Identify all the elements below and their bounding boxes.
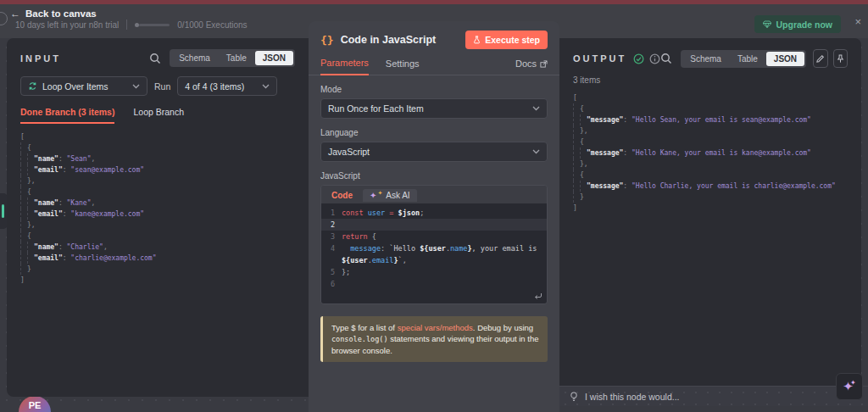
- tab-json[interactable]: JSON: [766, 52, 804, 66]
- language-value: JavaScript: [328, 147, 370, 157]
- node-title: Code in JavaScript: [341, 34, 437, 46]
- code-editor: Code ✦✦ Ask AI 1const user = $json;23ret…: [320, 185, 548, 304]
- code-line: 1const user = $json;: [321, 207, 547, 219]
- flask-icon: [473, 36, 481, 44]
- special-vars-link[interactable]: special vars/methods: [398, 323, 473, 332]
- chevron-down-icon: [262, 84, 270, 89]
- close-banner-icon[interactable]: ×: [854, 15, 861, 28]
- sparkle-icon: ✦: [377, 190, 382, 197]
- execute-step-label: Execute step: [485, 35, 540, 45]
- tab-json[interactable]: JSON: [255, 51, 293, 65]
- json-line: {: [573, 136, 848, 148]
- tab-code[interactable]: Code: [321, 191, 363, 200]
- json-line: "email": "sean@example.com": [20, 164, 295, 175]
- tab-ask-ai[interactable]: ✦✦ Ask AI: [363, 189, 417, 202]
- ask-ai-label: Ask AI: [386, 191, 409, 200]
- input-view-switcher: Schema Table JSON: [170, 49, 295, 67]
- progress-track: [139, 24, 170, 26]
- json-line: "name": "Charlie",: [20, 242, 295, 253]
- code-input-area[interactable]: 1const user = $json;23return {4 message:…: [321, 203, 547, 303]
- trial-days-text: 10 days left in your n8n trial: [15, 20, 119, 30]
- json-line: "message": "Hello Kane, your email is ka…: [573, 148, 848, 159]
- search-icon[interactable]: [660, 53, 672, 64]
- code-editor-label: JavaScript: [320, 171, 548, 181]
- json-line: [: [20, 131, 295, 142]
- json-line: ]: [573, 203, 848, 214]
- upgrade-label: Upgrade now: [776, 19, 832, 30]
- tab-done-branch[interactable]: Done Branch (3 items): [20, 107, 114, 124]
- output-panel-title: OUTPUT: [573, 53, 626, 64]
- json-line: {: [573, 103, 848, 114]
- json-line: }: [20, 264, 295, 275]
- mode-select[interactable]: Run Once for Each Item: [320, 98, 548, 119]
- input-source-select[interactable]: Loop Over Items: [20, 76, 147, 96]
- pin-icon: [836, 54, 845, 64]
- output-panel: OUTPUT Schema Table JSON 3 item: [559, 38, 861, 386]
- language-select[interactable]: JavaScript: [320, 142, 548, 162]
- chevron-down-icon: [132, 84, 140, 89]
- output-view-switcher: Schema Table JSON: [681, 50, 806, 68]
- avatar-initials: PE: [29, 400, 42, 410]
- code-hint-callout: Type $ for a list of special vars/method…: [320, 316, 548, 362]
- back-to-canvas[interactable]: ← Back to canvas: [10, 8, 97, 19]
- gem-icon: [763, 20, 771, 28]
- pencil-icon: [815, 54, 825, 64]
- code-line: 6: [321, 278, 547, 290]
- tab-loop-branch[interactable]: Loop Branch: [133, 107, 184, 124]
- json-line: "name": "Sean",: [20, 153, 295, 164]
- pin-data-button[interactable]: [833, 49, 848, 68]
- mode-label: Mode: [320, 85, 548, 94]
- tab-table[interactable]: Table: [219, 51, 254, 65]
- code-line: 5};: [321, 266, 547, 278]
- info-icon[interactable]: [649, 53, 660, 64]
- json-line: }: [573, 192, 848, 203]
- tab-settings[interactable]: Settings: [386, 58, 420, 75]
- divider: [126, 19, 127, 30]
- tab-schema[interactable]: Schema: [171, 51, 218, 65]
- search-icon[interactable]: [149, 53, 161, 64]
- json-line: },: [573, 159, 848, 170]
- tab-parameters[interactable]: Parameters: [320, 58, 369, 75]
- executions-count-text: 0/1000 Executions: [177, 20, 247, 30]
- hint-code-text: console.log(): [331, 335, 388, 343]
- node-feedback-bar[interactable]: I wish this node would...: [559, 386, 868, 406]
- json-line: {: [20, 142, 295, 153]
- ai-sparkle-icon: ✦: [850, 379, 856, 387]
- json-line: "email": "charlie@example.com": [20, 253, 295, 264]
- branch-tabs: Done Branch (3 items) Loop Branch: [20, 107, 295, 124]
- input-json-view[interactable]: [{"name": "Sean","email": "sean@example.…: [20, 131, 295, 286]
- chevron-down-icon: [532, 149, 540, 154]
- back-to-canvas-label: Back to canvas: [25, 8, 97, 19]
- mode-value: Run Once for Each Item: [328, 103, 424, 114]
- executions-progress-bar: [135, 23, 170, 27]
- handle-accent: [2, 204, 4, 218]
- run-label: Run: [154, 81, 170, 92]
- json-line: {: [20, 187, 295, 198]
- execute-step-button[interactable]: Execute step: [465, 31, 548, 49]
- help-circle-icon[interactable]: [0, 12, 8, 25]
- hint-text: Type $ for a list of: [331, 323, 398, 332]
- feedback-placeholder: I wish this node would...: [585, 392, 679, 402]
- code-line: 4 message: `Hello ${user.name}, your ema…: [321, 242, 547, 266]
- user-avatar[interactable]: PE: [19, 396, 51, 412]
- ai-assistant-button[interactable]: ✦✦: [836, 373, 863, 400]
- upgrade-now-button[interactable]: Upgrade now: [754, 15, 841, 33]
- run-select[interactable]: 4 of 4 (3 items): [177, 76, 277, 96]
- tab-schema[interactable]: Schema: [682, 52, 729, 66]
- output-items-count: 3 items: [573, 75, 848, 85]
- external-link-icon: [540, 60, 548, 68]
- json-line: "message": "Hello Charlie, your email is…: [573, 181, 848, 192]
- node-tabs: Parameters Settings Docs: [309, 58, 559, 75]
- json-line: {: [573, 170, 848, 181]
- json-line: "name": "Kane",: [20, 198, 295, 209]
- code-line: 3return {: [321, 231, 547, 242]
- editor-expand-icon[interactable]: [534, 292, 542, 300]
- output-json-view[interactable]: [{"message": "Hello Sean, your email is …: [573, 92, 848, 214]
- json-line: ]: [20, 275, 295, 286]
- docs-link[interactable]: Docs: [515, 58, 548, 75]
- docs-label: Docs: [515, 58, 537, 69]
- edit-output-button[interactable]: [813, 49, 827, 68]
- tab-table[interactable]: Table: [730, 52, 765, 66]
- code-node-icon: {}: [320, 34, 334, 47]
- node-detail-panel: {} Code in JavaScript Execute step Param…: [309, 21, 559, 412]
